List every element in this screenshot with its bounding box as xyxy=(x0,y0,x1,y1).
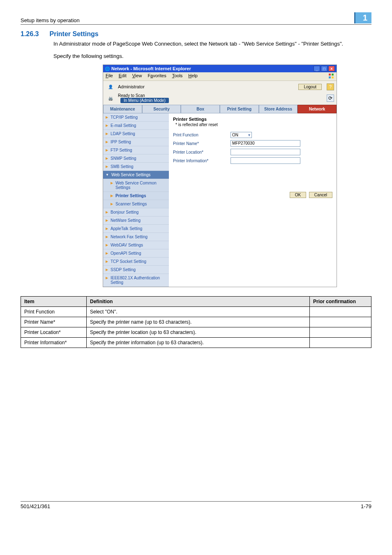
sidebar-item-appletalk-setting[interactable]: ▶AppleTalk Setting xyxy=(103,225,169,233)
sidebar-item-ipp-setting[interactable]: ▶IPP Setting xyxy=(103,138,169,146)
logout-button[interactable]: Logout xyxy=(298,84,322,90)
sidebar-item-ssdp-setting[interactable]: ▶SSDP Setting xyxy=(103,266,169,274)
sidebar-item-network-fax-setting[interactable]: ▶Network Fax Setting xyxy=(103,233,169,241)
input-printer-name-[interactable]: MFP270030 xyxy=(231,140,300,147)
menu-bar: File Edit View Favorites Tools Help xyxy=(103,72,337,81)
definition-table: ItemDefinitionPrior confirmation Print F… xyxy=(21,296,371,348)
input-printer-information-[interactable] xyxy=(231,157,300,164)
sidebar-item-ftp-setting[interactable]: ▶FTP Setting xyxy=(103,146,169,154)
admin-icon: 👤 xyxy=(106,83,115,91)
window-close-button[interactable]: × xyxy=(328,66,335,71)
svg-rect-0 xyxy=(329,74,331,76)
svg-rect-1 xyxy=(332,74,334,76)
table-cell: Select "ON". xyxy=(87,307,310,317)
admin-label: Administrator xyxy=(118,84,145,89)
sidebar-item-webdav-settings[interactable]: ▶WebDAV Settings xyxy=(103,241,169,249)
sidebar-item-smb-setting[interactable]: ▶SMB Setting xyxy=(103,163,169,171)
sidebar-item-snmp-setting[interactable]: ▶SNMP Setting xyxy=(103,154,169,163)
svg-rect-3 xyxy=(332,76,334,78)
screenshot-window: 🌐 Network - Microsoft Internet Explorer … xyxy=(103,64,337,287)
table-cell: Printer Location* xyxy=(21,327,87,338)
table-header: Item xyxy=(21,297,87,307)
field-label: Printer Information* xyxy=(173,159,226,163)
menu-edit[interactable]: Edit xyxy=(119,73,127,80)
svg-rect-2 xyxy=(329,76,331,78)
sidebar-item-tcp-ip-setting[interactable]: ▶TCP/IP Setting xyxy=(103,113,169,122)
sidebar-item-printer-settings[interactable]: ▶Printer Settings xyxy=(103,192,169,200)
tab-maintenance[interactable]: Maintenance xyxy=(103,105,142,113)
printer-status-icon: 🖨️ xyxy=(106,94,115,102)
footer-left: 501/421/361 xyxy=(21,503,50,509)
intro-paragraph: In Administrator mode of PageScope Web C… xyxy=(53,40,371,48)
sidebar-item-web-service-common-settings[interactable]: ▶Web Service Common Settings xyxy=(103,179,169,192)
sidebar-item-e-mail-setting[interactable]: ▶E-mail Setting xyxy=(103,122,169,130)
input-printer-location-[interactable] xyxy=(231,149,300,155)
table-cell: Specify the printer name (up to 63 chara… xyxy=(87,317,310,327)
table-cell xyxy=(310,307,371,317)
tab-store-address[interactable]: Store Address xyxy=(259,105,298,113)
sidebar-item-tcp-socket-setting[interactable]: ▶TCP Socket Setting xyxy=(103,258,169,266)
menu-view[interactable]: View xyxy=(132,73,142,80)
table-header: Definition xyxy=(87,297,310,307)
sidebar-item-netware-setting[interactable]: ▶NetWare Setting xyxy=(103,216,169,225)
mode-pill: In Menu (Admin Mode) xyxy=(120,98,169,103)
cancel-button[interactable]: Cancel xyxy=(309,192,332,198)
menu-file[interactable]: File xyxy=(106,73,113,80)
ok-button[interactable]: OK xyxy=(290,192,306,198)
content-note: * is reflected after reset xyxy=(175,122,332,127)
table-cell: Printer Name* xyxy=(21,317,87,327)
window-minimize-button[interactable]: _ xyxy=(314,66,320,71)
sidebar-item-web-service-settings[interactable]: ▼Web Service Settings xyxy=(103,171,169,179)
sidebar-item-ieee802-1x-authentication-setting[interactable]: ▶IEEE802.1X Authentication Setting xyxy=(103,274,169,287)
menu-favorites[interactable]: Favorites xyxy=(148,73,166,80)
content-title: Printer Settings xyxy=(173,117,332,122)
table-cell: Print Function xyxy=(21,307,87,317)
instruction-paragraph: Specify the following settings. xyxy=(53,53,371,60)
field-label: Print Function xyxy=(173,133,226,137)
section-number: 1.26.3 xyxy=(21,30,39,38)
tab-security[interactable]: Security xyxy=(142,105,181,113)
sidebar-item-bonjour-setting[interactable]: ▶Bonjour Setting xyxy=(103,208,169,216)
table-cell xyxy=(310,317,371,327)
sidebar-item-scanner-settings[interactable]: ▶Scanner Settings xyxy=(103,200,169,208)
table-cell: Printer Information* xyxy=(21,338,87,348)
field-label: Printer Location* xyxy=(173,150,226,154)
window-maximize-button[interactable]: □ xyxy=(321,66,327,71)
status-text: Ready to Scan xyxy=(118,93,169,98)
tab-network[interactable]: Network xyxy=(297,105,337,113)
field-label: Printer Name* xyxy=(173,141,226,146)
reload-button[interactable]: ⟳ xyxy=(327,94,334,102)
table-cell: Specify the printer information (up to 6… xyxy=(87,338,310,348)
menu-tools[interactable]: Tools xyxy=(172,73,183,80)
select-print-function[interactable]: ON ▾ xyxy=(231,132,252,138)
breadcrumb: Setup items by operation xyxy=(21,17,80,23)
sidebar-item-ldap-setting[interactable]: ▶LDAP Setting xyxy=(103,130,169,138)
table-cell: Specify the printer location (up to 63 c… xyxy=(87,327,310,338)
section-title: Printer Settings xyxy=(49,30,98,38)
menu-help[interactable]: Help xyxy=(188,73,198,80)
help-button[interactable]: ? xyxy=(327,83,334,90)
footer-right: 1-79 xyxy=(361,503,371,509)
sidebar-item-openapi-setting[interactable]: ▶OpenAPI Setting xyxy=(103,249,169,258)
ie-icon: 🌐 xyxy=(105,67,110,71)
chapter-badge: 1 xyxy=(354,12,371,23)
ie-logo-icon xyxy=(328,73,334,80)
table-cell xyxy=(310,327,371,338)
window-title: Network - Microsoft Internet Explorer xyxy=(111,66,314,71)
table-header: Prior confirmation xyxy=(310,297,371,307)
table-cell xyxy=(310,338,371,348)
tab-box[interactable]: Box xyxy=(181,105,220,113)
tab-print-setting[interactable]: Print Setting xyxy=(220,105,259,113)
